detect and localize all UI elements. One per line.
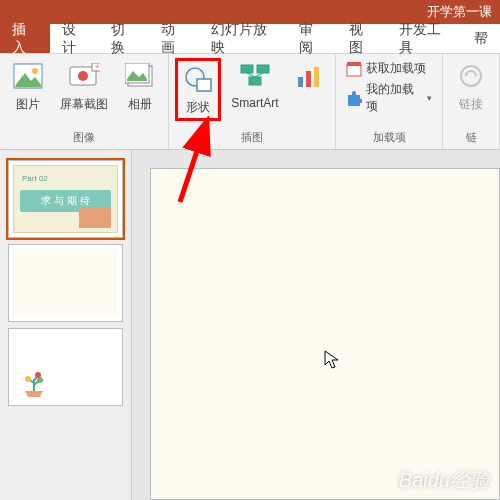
- screenshot-icon: +: [68, 60, 100, 92]
- chart-button[interactable]: [289, 58, 329, 98]
- group-illustrations-label: 插图: [175, 128, 329, 147]
- shapes-label: 形状: [186, 99, 210, 116]
- thumbnail-preview: [13, 333, 118, 401]
- svg-rect-16: [306, 71, 311, 87]
- svg-rect-11: [197, 79, 211, 91]
- thumbnail-plant-graphic: [19, 369, 49, 397]
- get-addins-label: 获取加载项: [366, 60, 426, 77]
- group-images: 图片 + 屏幕截图 相册 图像: [0, 54, 169, 149]
- album-button[interactable]: 相册: [118, 58, 162, 115]
- thumbnail-part-label: Part 02: [22, 174, 48, 183]
- screenshot-button[interactable]: + 屏幕截图: [56, 58, 112, 115]
- slide-thumbnail[interactable]: [8, 328, 123, 406]
- ribbon: 图片 + 屏幕截图 相册 图像 形状: [0, 54, 500, 150]
- slide-thumbnails-panel[interactable]: Part 02 求 与 期 待: [0, 150, 132, 500]
- smartart-label: SmartArt: [231, 96, 278, 110]
- mouse-cursor-icon: [324, 350, 340, 370]
- group-addins-label: 加载项: [342, 128, 436, 147]
- svg-text:+: +: [95, 63, 100, 71]
- store-icon: [346, 61, 362, 77]
- group-illustrations: 形状 SmartArt 插图: [169, 54, 336, 149]
- tab-design[interactable]: 设计: [50, 24, 100, 53]
- work-area: Part 02 求 与 期 待: [0, 150, 500, 500]
- slide-thumbnail[interactable]: [8, 244, 123, 322]
- svg-rect-14: [249, 77, 261, 85]
- thumbnail-desk-graphic: [79, 208, 111, 228]
- picture-icon: [12, 60, 44, 92]
- link-label: 链接: [459, 96, 483, 113]
- album-label: 相册: [128, 96, 152, 113]
- puzzle-icon: [346, 90, 362, 106]
- svg-rect-12: [241, 65, 253, 73]
- svg-point-4: [78, 71, 88, 81]
- svg-rect-15: [298, 77, 303, 87]
- tab-insert[interactable]: 插入: [0, 24, 50, 53]
- tab-animations[interactable]: 动画: [149, 24, 199, 53]
- svg-rect-13: [257, 65, 269, 73]
- link-button[interactable]: 链接: [449, 58, 493, 115]
- group-addins: 获取加载项 我的加载项 ▾ 加载项: [336, 54, 443, 149]
- tab-review[interactable]: 审阅: [287, 24, 337, 53]
- thumbnail-preview: Part 02 求 与 期 待: [13, 165, 118, 233]
- svg-rect-17: [314, 67, 319, 87]
- pictures-button[interactable]: 图片: [6, 58, 50, 115]
- tab-view[interactable]: 视图: [337, 24, 387, 53]
- tab-slideshow[interactable]: 幻灯片放映: [199, 24, 287, 53]
- svg-point-23: [35, 372, 41, 378]
- get-addins-button[interactable]: 获取加载项: [346, 60, 432, 77]
- shapes-button[interactable]: 形状: [175, 58, 221, 121]
- shapes-icon: [182, 63, 214, 95]
- screenshot-label: 屏幕截图: [60, 96, 108, 113]
- slide-thumbnail[interactable]: Part 02 求 与 期 待: [8, 160, 123, 238]
- smartart-button[interactable]: SmartArt: [227, 58, 283, 112]
- svg-point-2: [32, 68, 38, 74]
- dropdown-icon: ▾: [427, 93, 432, 103]
- smartart-icon: [239, 60, 271, 92]
- pictures-label: 图片: [16, 96, 40, 113]
- link-icon: [455, 60, 487, 92]
- my-addins-button[interactable]: 我的加载项 ▾: [346, 81, 432, 115]
- slide-canvas-area[interactable]: [132, 150, 500, 500]
- chart-icon: [293, 60, 325, 92]
- document-title: 开学第一课: [427, 3, 492, 21]
- svg-point-21: [25, 376, 31, 382]
- svg-rect-19: [347, 62, 361, 66]
- thumbnail-preview: [13, 249, 118, 317]
- my-addins-label: 我的加载项: [366, 81, 423, 115]
- svg-point-20: [461, 66, 481, 86]
- ribbon-tabs: 插入 设计 切换 动画 幻灯片放映 审阅 视图 开发工具 帮: [0, 24, 500, 54]
- svg-rect-18: [347, 65, 361, 76]
- tab-transitions[interactable]: 切换: [99, 24, 149, 53]
- group-links-label: 链: [449, 128, 493, 147]
- group-links: 链接 链: [443, 54, 500, 149]
- album-icon: [124, 60, 156, 92]
- current-slide[interactable]: [150, 168, 500, 500]
- tab-developer[interactable]: 开发工具: [387, 24, 462, 53]
- watermark: Baidu经验: [399, 467, 490, 494]
- tab-help[interactable]: 帮: [462, 24, 500, 53]
- group-images-label: 图像: [6, 128, 162, 147]
